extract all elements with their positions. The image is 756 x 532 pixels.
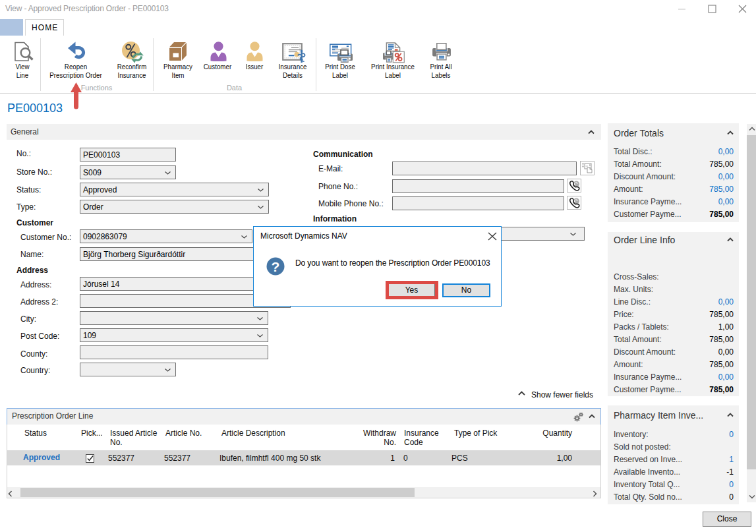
svg-text:?: ? — [272, 259, 280, 274]
